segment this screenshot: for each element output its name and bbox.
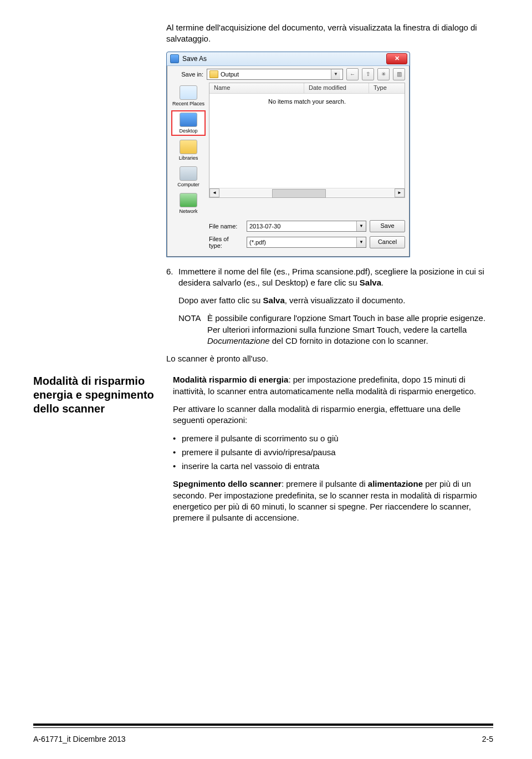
list-header[interactable]: Name Date modified Type: [209, 83, 405, 94]
save-in-value: Output: [221, 71, 239, 78]
save-in-label: Save in:: [171, 71, 203, 78]
after-save-paragraph: Dopo aver fatto clic su Salva, verrà vis…: [178, 295, 493, 306]
views-button[interactable]: ▥: [393, 68, 405, 80]
top-content: Al termine dell'acquisizione del documen…: [166, 22, 493, 364]
chevron-down-icon[interactable]: ▼: [331, 69, 340, 79]
file-type-label: Files of type:: [209, 236, 243, 249]
save-in-combo[interactable]: Output ▼: [207, 69, 343, 80]
page: Al termine dell'acquisizione del documen…: [0, 0, 532, 759]
save-icon: [170, 54, 179, 63]
place-recent[interactable]: Recent Places: [171, 84, 206, 108]
file-name-input[interactable]: 2013-07-30 ▼: [247, 221, 366, 232]
scroll-thumb[interactable]: [272, 189, 326, 198]
dialog-title: Save As: [182, 55, 386, 63]
bullet-item: inserire la carta nel vassoio di entrata: [173, 460, 493, 472]
footer-rule: [33, 724, 493, 728]
empty-message: No items match your search.: [209, 94, 405, 188]
section-body: Modalità risparmio di energia: per impos…: [173, 374, 493, 530]
scroll-right-icon[interactable]: ►: [395, 189, 405, 197]
cancel-button[interactable]: Cancel: [370, 236, 405, 248]
file-name-label: File name:: [209, 223, 243, 230]
up-button[interactable]: ⇧: [362, 68, 374, 80]
power-save-paragraph: Modalità risparmio di energia: per impos…: [173, 374, 493, 397]
footer: A-61771_it Dicembre 2013 2-5: [33, 735, 493, 743]
horizontal-scrollbar[interactable]: ◄ ►: [209, 188, 405, 197]
save-button[interactable]: Save: [370, 220, 405, 232]
dialog-titlebar[interactable]: Save As ✕: [167, 52, 410, 66]
network-icon: [180, 193, 197, 207]
scroll-track[interactable]: [219, 189, 395, 197]
intro-paragraph: Al termine dell'acquisizione del documen…: [166, 22, 493, 45]
place-desktop[interactable]: Desktop: [171, 110, 206, 136]
footer-left: A-61771_it Dicembre 2013: [33, 735, 126, 743]
col-type[interactable]: Type: [369, 83, 405, 93]
new-folder-button[interactable]: ✳: [377, 68, 390, 80]
step-6-body: Immettere il nome del file (es., Prima s…: [178, 266, 493, 289]
place-libraries[interactable]: Libraries: [171, 138, 206, 162]
col-name[interactable]: Name: [209, 83, 304, 93]
dialog-main: Recent Places Desktop Libraries Computer: [167, 83, 410, 218]
nota-label: NOTA: [178, 313, 207, 347]
dialog-bottom: File name: 2013-07-30 ▼ Save Files of ty…: [167, 218, 410, 257]
recent-icon: [180, 85, 197, 100]
file-list[interactable]: Name Date modified Type No items match y…: [209, 83, 405, 198]
chevron-down-icon[interactable]: ▼: [356, 221, 366, 231]
desktop-icon: [180, 113, 197, 127]
back-button[interactable]: ←: [346, 68, 359, 80]
footer-right: 2-5: [482, 735, 493, 743]
close-button[interactable]: ✕: [386, 53, 407, 64]
places-bar: Recent Places Desktop Libraries Computer: [171, 83, 206, 216]
folder-icon: [209, 70, 218, 78]
scroll-left-icon[interactable]: ◄: [209, 189, 219, 197]
nota-body: È possibile configurare l'opzione Smart …: [207, 313, 493, 347]
computer-icon: [180, 166, 197, 181]
place-computer[interactable]: Computer: [171, 165, 206, 189]
section-heading: Modalità di risparmio energia e spegnime…: [33, 374, 173, 530]
scanner-ready: Lo scanner è pronto all'uso.: [166, 353, 493, 364]
power-section: Modalità di risparmio energia e spegnime…: [33, 374, 493, 530]
col-date[interactable]: Date modified: [304, 83, 369, 93]
bullet-item: premere il pulsante di avvio/ripresa/pau…: [173, 446, 493, 458]
file-type-input[interactable]: (*.pdf) ▼: [247, 237, 366, 248]
libraries-icon: [180, 140, 197, 154]
save-as-dialog: Save As ✕ Save in: Output ▼ ← ⇧ ✳ ▥: [166, 52, 410, 257]
activate-bullets: premere il pulsante di scorrimento su o …: [173, 432, 493, 472]
step-6: 6. Immettere il nome del file (es., Prim…: [166, 266, 493, 289]
save-in-row: Save in: Output ▼ ← ⇧ ✳ ▥: [167, 66, 410, 83]
step-number: 6.: [166, 266, 178, 289]
chevron-down-icon[interactable]: ▼: [356, 237, 366, 247]
place-network[interactable]: Network: [171, 191, 206, 216]
bullet-item: premere il pulsante di scorrimento su o …: [173, 432, 493, 444]
activate-paragraph: Per attivare lo scanner dalla modalità d…: [173, 404, 493, 426]
shutdown-paragraph: Spegnimento dello scanner: premere il pu…: [173, 478, 493, 523]
nota-block: NOTA È possibile configurare l'opzione S…: [178, 313, 493, 347]
